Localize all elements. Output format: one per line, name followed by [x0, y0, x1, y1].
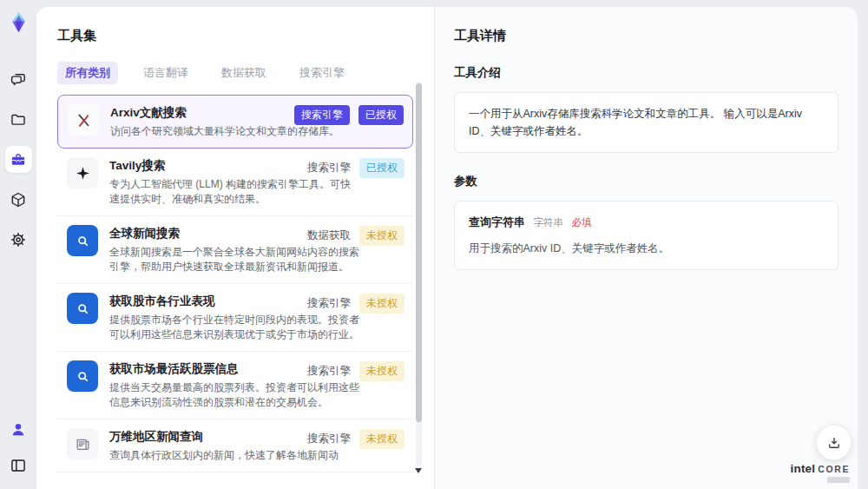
tool-description: 查询具体行政区划内的新闻，快速了解各地新闻动 — [109, 448, 404, 463]
rail-nav — [0, 66, 36, 253]
category-badge: 搜索引擎 — [294, 105, 350, 125]
folder-icon[interactable] — [5, 106, 32, 133]
tool-list: Arxiv文献搜索 访问各个研究领域大量科学论文和文章的存储库。 搜索引擎 已授… — [57, 95, 413, 472]
tool-description: 提供股票市场各个行业在特定时间段内的表现。投资者可以利用这些信息来识别表现优于或… — [109, 313, 404, 342]
news-search-logo-icon — [67, 225, 98, 256]
detail-title: 工具详情 — [454, 28, 838, 44]
status-badge: 未授权 — [359, 226, 404, 246]
param-description: 用于搜索的Arxiv ID、关键字或作者姓名。 — [469, 240, 824, 257]
left-rail — [0, 0, 36, 489]
category-label: 数据获取 — [307, 228, 351, 243]
param-required-flag: 必填 — [571, 217, 591, 228]
category-label: 搜索引擎 — [307, 364, 351, 379]
tavily-logo-icon — [67, 157, 98, 188]
tool-description: 专为人工智能代理 (LLM) 构建的搜索引擎工具。可快速提供实时、准确和真实的结… — [109, 177, 404, 207]
list-item-tavily[interactable]: Tavily搜索 专为人工智能代理 (LLM) 构建的搜索引擎工具。可快速提供实… — [57, 149, 413, 216]
tab-all-categories[interactable]: 所有类别 — [57, 62, 118, 84]
status-badge: 已授权 — [359, 158, 404, 178]
status-badge: 未授权 — [359, 429, 404, 449]
intel-core-logo: intel core — [790, 463, 850, 484]
scrollbar-track[interactable] — [416, 82, 422, 466]
category-tabs: 所有类别 语言翻译 数据获取 搜索引擎 — [57, 62, 413, 84]
tab-language-translation[interactable]: 语言翻译 — [135, 62, 196, 84]
intel-wordmark: intel — [790, 463, 815, 475]
package-icon[interactable] — [5, 186, 32, 213]
status-badge: 未授权 — [359, 361, 404, 381]
user-avatar-icon[interactable] — [5, 416, 32, 443]
scrollbar-thumb[interactable] — [416, 83, 422, 422]
tool-description: 访问各个研究领域大量科学论文和文章的存储库。 — [110, 124, 404, 139]
category-label: 搜索引擎 — [307, 432, 351, 446]
category-label: 搜索引擎 — [307, 161, 351, 175]
tool-detail-pane: 工具详情 工具介绍 一个用于从Arxiv存储库搜索科学论文和文章的工具。 输入可… — [434, 7, 858, 489]
core-wordmark: core — [818, 465, 850, 474]
rail-bottom — [0, 416, 36, 479]
arxiv-logo-icon — [68, 104, 99, 135]
news-search-logo-icon — [67, 360, 98, 392]
tab-data-fetch[interactable]: 数据获取 — [214, 62, 274, 84]
tool-description: 提供当天交易量最高的股票列表。投资者可以利用这些信息来识别流动性强的股票和潜在的… — [109, 380, 404, 410]
main-card: 工具集 所有类别 语言翻译 数据获取 搜索引擎 Arxiv文献搜索 访问各个研究… — [36, 7, 858, 489]
tab-search-engine[interactable]: 搜索引擎 — [292, 62, 352, 84]
panel-toggle-icon[interactable] — [5, 452, 32, 479]
intro-section-label: 工具介绍 — [454, 65, 838, 81]
intel-badge-bar — [827, 477, 850, 483]
list-item-regional-news[interactable]: 万维地区新闻查询 查询具体行政区划内的新闻，快速了解各地新闻动 搜索引擎 未授权 — [57, 420, 413, 472]
tool-description: 全球新闻搜索是一个聚合全球各大新闻网站内容的搜索引擎，帮助用户快速获取全球最新资… — [109, 245, 404, 274]
page-title: 工具集 — [57, 28, 413, 44]
settings-gear-icon[interactable] — [5, 226, 32, 253]
list-item-sector-performance[interactable]: 获取股市各行业表现 提供股票市场各个行业在特定时间段内的表现。投资者可以利用这些… — [57, 284, 413, 352]
list-item-most-active-stocks[interactable]: 获取市场最活跃股票信息 提供当天交易量最高的股票列表。投资者可以利用这些信息来识… — [57, 352, 413, 420]
status-badge: 未授权 — [359, 294, 404, 314]
scroll-down-arrow-icon[interactable] — [415, 468, 422, 473]
param-type: 字符串 — [533, 217, 563, 228]
news-search-logo-icon — [67, 293, 98, 324]
category-label: 搜索引擎 — [307, 296, 351, 311]
list-item-global-news[interactable]: 全球新闻搜索 全球新闻搜索是一个聚合全球各大新闻网站内容的搜索引擎，帮助用户快速… — [57, 216, 413, 284]
toolbox-icon[interactable] — [5, 146, 32, 173]
tool-intro-box: 一个用于从Arxiv存储库搜索科学论文和文章的工具。 输入可以是Arxiv ID… — [454, 92, 838, 153]
param-name: 查询字符串 — [469, 215, 525, 228]
list-item-arxiv[interactable]: Arxiv文献搜索 访问各个研究领域大量科学论文和文章的存储库。 搜索引擎 已授… — [57, 95, 413, 149]
chat-icon[interactable] — [5, 66, 32, 93]
params-section-label: 参数 — [454, 174, 838, 189]
param-header: 查询字符串 字符串 必填 — [469, 214, 824, 232]
tool-list-pane: 工具集 所有类别 语言翻译 数据获取 搜索引擎 Arxiv文献搜索 访问各个研究… — [36, 7, 434, 489]
download-button[interactable] — [816, 425, 852, 460]
status-badge: 已授权 — [358, 105, 404, 125]
app-logo-icon[interactable] — [5, 9, 31, 35]
param-box: 查询字符串 字符串 必填 用于搜索的Arxiv ID、关键字或作者姓名。 — [454, 201, 838, 270]
newspaper-icon — [67, 428, 98, 459]
